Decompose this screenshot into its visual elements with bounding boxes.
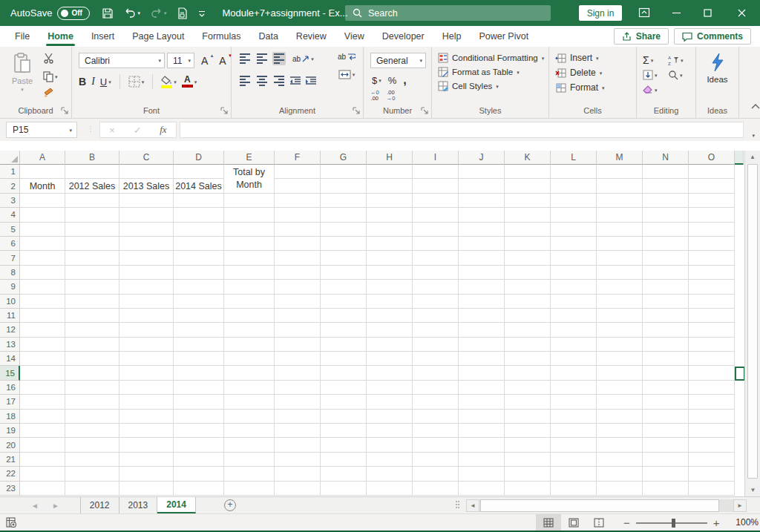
cell-G4[interactable]	[321, 208, 367, 222]
cell-C22[interactable]	[119, 467, 174, 481]
cell-F10[interactable]	[275, 295, 321, 309]
cell-N4[interactable]	[643, 208, 689, 222]
decrease-decimal-button[interactable]: .00 →0	[387, 90, 396, 102]
cell-O21[interactable]	[689, 453, 735, 467]
zoom-in-button[interactable]: +	[713, 516, 720, 529]
cell-A10[interactable]	[20, 295, 65, 309]
cell-H7[interactable]	[367, 251, 413, 265]
cell-I16[interactable]	[413, 381, 459, 395]
clipboard-dialog-launcher[interactable]	[61, 107, 68, 114]
column-header-A[interactable]: A	[20, 151, 65, 165]
cell-M5[interactable]	[597, 223, 643, 237]
page-layout-view-button[interactable]	[561, 514, 586, 531]
print-preview-button[interactable]	[177, 7, 188, 19]
cell-M8[interactable]	[597, 266, 643, 280]
accounting-format-button[interactable]: $ ▾	[372, 75, 381, 86]
cell-F15[interactable]	[275, 366, 321, 380]
cell-I12[interactable]	[413, 323, 459, 337]
cell-K16[interactable]	[505, 381, 551, 395]
ribbon-tab-file[interactable]: File	[6, 26, 39, 47]
cell-C2[interactable]: 2013 Sales	[119, 179, 174, 193]
cell-E15[interactable]	[224, 366, 275, 380]
cell-L15[interactable]	[551, 366, 597, 380]
cell-A16[interactable]	[20, 381, 65, 395]
autosum-button[interactable]: Σ ▾	[643, 54, 668, 66]
cell-G9[interactable]	[321, 280, 367, 294]
font-dialog-launcher[interactable]	[220, 107, 228, 114]
column-header-E[interactable]: E	[224, 151, 275, 165]
column-header-I[interactable]: I	[413, 151, 459, 165]
cell-H11[interactable]	[367, 309, 413, 323]
cell-D10[interactable]	[174, 295, 224, 309]
cell-E9[interactable]	[224, 280, 275, 294]
cell-C4[interactable]	[119, 208, 174, 222]
cell-I5[interactable]	[413, 223, 459, 237]
cell-F13[interactable]	[275, 338, 321, 352]
cell-E21[interactable]	[224, 453, 275, 467]
cell-I15[interactable]	[413, 366, 459, 380]
collapse-ribbon-button[interactable]	[751, 99, 760, 112]
cell-E22[interactable]	[224, 467, 275, 481]
cell-G1[interactable]	[321, 165, 367, 179]
cell-I18[interactable]	[413, 410, 459, 424]
align-center-button[interactable]	[255, 74, 269, 88]
cell-I14[interactable]	[413, 352, 459, 366]
cell-O15[interactable]	[689, 366, 735, 380]
cell-J13[interactable]	[459, 338, 505, 352]
horizontal-scrollbar[interactable]: ◄ ►	[466, 499, 747, 512]
cell-J11[interactable]	[459, 309, 505, 323]
sheet-tab-2014[interactable]: 2014	[157, 497, 196, 513]
cell-G11[interactable]	[321, 309, 367, 323]
cell-D22[interactable]	[174, 467, 224, 481]
cell-A9[interactable]	[20, 280, 65, 294]
cell-A6[interactable]	[20, 237, 65, 251]
cell-I1[interactable]	[413, 165, 459, 179]
row-header-12[interactable]: 12	[0, 323, 20, 337]
cell-J7[interactable]	[459, 251, 505, 265]
cell-D5[interactable]	[174, 223, 224, 237]
cell-O11[interactable]	[689, 309, 735, 323]
tab-split-grip[interactable]	[456, 501, 460, 510]
row-header-18[interactable]: 18	[0, 410, 20, 424]
ribbon-tab-help[interactable]: Help	[433, 26, 471, 47]
cell-A15[interactable]	[20, 366, 65, 380]
cell-G6[interactable]	[321, 237, 367, 251]
cell-I21[interactable]	[413, 453, 459, 467]
format-painter-button[interactable]	[43, 87, 58, 101]
cell-G13[interactable]	[321, 338, 367, 352]
cell-K22[interactable]	[505, 467, 551, 481]
cell-M9[interactable]	[597, 280, 643, 294]
cell-N18[interactable]	[643, 410, 689, 424]
cell-E19[interactable]	[224, 424, 275, 438]
cell-G2[interactable]	[321, 179, 367, 193]
cell-A12[interactable]	[20, 323, 65, 337]
cell-B21[interactable]	[65, 453, 119, 467]
cell-N15[interactable]	[643, 366, 689, 380]
cell-D9[interactable]	[174, 280, 224, 294]
cell-D3[interactable]	[174, 194, 224, 208]
cell-B3[interactable]	[65, 194, 119, 208]
cell-I2[interactable]	[413, 179, 459, 193]
cell-J5[interactable]	[459, 223, 505, 237]
column-header-M[interactable]: M	[597, 151, 643, 165]
row-header-21[interactable]: 21	[0, 453, 20, 467]
cell-M19[interactable]	[597, 424, 643, 438]
cell-A8[interactable]	[20, 266, 65, 280]
cell-G5[interactable]	[321, 223, 367, 237]
cell-G8[interactable]	[321, 266, 367, 280]
cell-H18[interactable]	[367, 410, 413, 424]
cell-M17[interactable]	[597, 395, 643, 409]
cell-C1[interactable]	[119, 165, 174, 179]
italic-button[interactable]: I	[91, 76, 95, 88]
cell-G14[interactable]	[321, 352, 367, 366]
cell-A23[interactable]	[20, 482, 65, 496]
cell-L13[interactable]	[551, 338, 597, 352]
insert-function-button[interactable]: fx	[160, 124, 166, 136]
cell-M6[interactable]	[597, 237, 643, 251]
save-button[interactable]	[102, 7, 114, 19]
autosave-switch[interactable]: Off	[57, 7, 90, 20]
cell-L1[interactable]	[551, 165, 597, 179]
cell-I19[interactable]	[413, 424, 459, 438]
cell-E16[interactable]	[224, 381, 275, 395]
cell-B15[interactable]	[65, 366, 119, 380]
